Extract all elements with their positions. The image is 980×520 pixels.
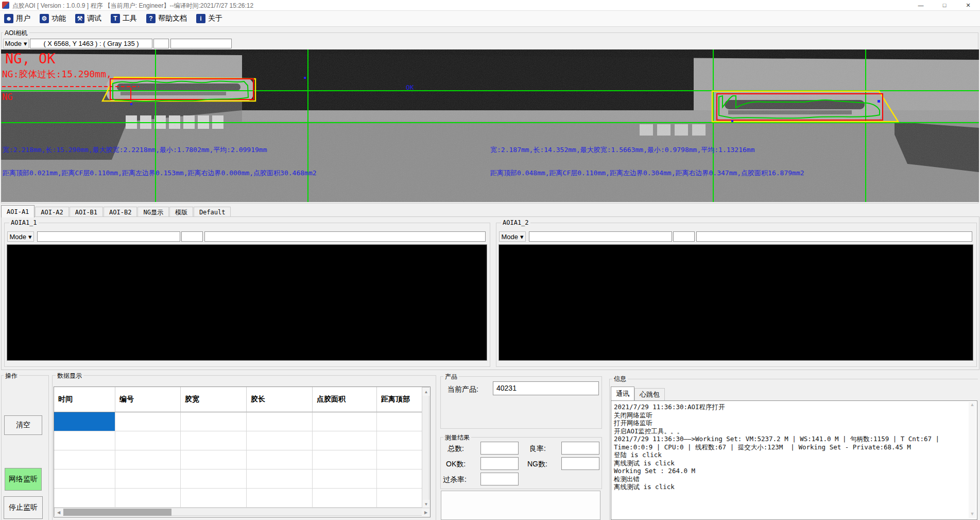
network-listen-button[interactable]: 网络监听 xyxy=(5,468,42,491)
tab-aoi-a1[interactable]: AOI-A1 xyxy=(1,205,35,217)
table-cell[interactable] xyxy=(377,412,422,431)
table-cell[interactable] xyxy=(115,412,181,431)
minimize-button[interactable]: — xyxy=(909,0,933,10)
camera-aux-field-1[interactable] xyxy=(153,39,169,48)
table-cell[interactable] xyxy=(115,489,181,508)
table-cell[interactable] xyxy=(313,489,377,508)
operation-group-label: 操作 xyxy=(4,372,19,380)
table-cell[interactable] xyxy=(181,489,247,508)
aoia1-1-field-2[interactable] xyxy=(181,231,203,242)
scroll-left-icon[interactable]: ◀ xyxy=(55,508,63,516)
table-cell[interactable] xyxy=(247,489,313,508)
hscroll-thumb[interactable] xyxy=(63,509,171,516)
table-cell[interactable] xyxy=(377,431,422,450)
toolbar-item-about[interactable]: i 关于 xyxy=(196,14,222,23)
ng-reason-text: NG:胶体过长:15.290mm, xyxy=(2,68,112,80)
log-vscrollbar[interactable]: ▲ ▼ xyxy=(969,402,976,518)
comm-log-text: 2021/7/29 11:36:30:AOI程序打开 关闭网络监听 打开网络监听… xyxy=(614,403,967,491)
chevron-down-icon: ▾ xyxy=(520,233,524,241)
tab-ng-display[interactable]: NG显示 xyxy=(137,207,168,217)
current-product-field[interactable]: 40231 xyxy=(493,381,599,395)
table-cell[interactable] xyxy=(313,431,377,450)
aoia1-2-field-2[interactable] xyxy=(673,231,695,242)
table-cell[interactable] xyxy=(313,450,377,469)
aoia1-1-mode-dropdown[interactable]: Mode ▾ xyxy=(7,231,34,242)
tab-aoi-a2[interactable]: AOI-A2 xyxy=(35,207,68,217)
info-tabstrip: 通讯 心跳包 xyxy=(611,387,665,400)
table-cell[interactable] xyxy=(313,469,377,489)
table-cell[interactable] xyxy=(115,450,181,469)
stop-listen-button[interactable]: 停止监听 xyxy=(4,496,43,519)
toolbar-item-label: 用户 xyxy=(16,14,30,23)
column-header-area[interactable]: 点胶面积 xyxy=(313,387,377,412)
aoia1-2-image-view[interactable] xyxy=(498,244,973,361)
table-cell[interactable] xyxy=(54,489,115,508)
data-table[interactable]: 时间 编号 胶宽 胶长 点胶面积 距离顶部 ▲ ▼ ◀ ▶ xyxy=(54,387,431,517)
column-header-id[interactable]: 编号 xyxy=(115,387,181,412)
overkill-field xyxy=(480,473,519,485)
table-cell[interactable] xyxy=(181,450,247,469)
tab-aoi-b2[interactable]: AOI-B2 xyxy=(104,207,137,217)
log-line: 2021/7/29 11:36:30:AOI程序打开 xyxy=(614,403,967,411)
title-bar[interactable]: 点胶AOI [ Version : 1.0.0.9 ] 程序 【当前用户: En… xyxy=(0,0,980,11)
inspection-result-text: NG, OK xyxy=(5,51,56,66)
aoia1-2-field-1[interactable] xyxy=(529,231,672,242)
table-vscrollbar[interactable]: ▲ ▼ xyxy=(422,387,429,508)
table-cell[interactable] xyxy=(377,469,422,489)
toolbar-item-help[interactable]: ? 帮助文档 xyxy=(146,14,187,23)
table-cell-selected[interactable] xyxy=(54,412,115,431)
table-cell[interactable] xyxy=(313,412,377,431)
table-cell[interactable] xyxy=(181,431,247,450)
log-line: Time:0:0:9 | CPU:0 | 线程数:67 | 提交大小:123M … xyxy=(614,443,967,451)
close-button[interactable]: ✕ xyxy=(956,0,980,10)
help-icon: ? xyxy=(146,14,156,23)
scroll-down-icon[interactable]: ▼ xyxy=(422,500,430,508)
camera-aux-field-2[interactable] xyxy=(170,39,232,48)
tab-aoi-b1[interactable]: AOI-B1 xyxy=(70,207,103,217)
table-cell[interactable] xyxy=(181,469,247,489)
scroll-up-icon[interactable]: ▲ xyxy=(422,388,430,396)
table-cell[interactable] xyxy=(247,469,313,489)
camera-mode-dropdown[interactable]: Mode ▾ xyxy=(3,39,29,48)
table-cell[interactable] xyxy=(115,469,181,489)
table-cell[interactable] xyxy=(247,450,313,469)
aoia1-2-field-3[interactable] xyxy=(696,231,972,242)
tab-comm[interactable]: 通讯 xyxy=(611,387,634,400)
clear-button[interactable]: 清空 xyxy=(4,415,42,435)
column-header-glue-length[interactable]: 胶长 xyxy=(247,387,313,412)
ng-count-label: NG数: xyxy=(527,460,547,469)
dispensing-aoi-app: { "window": { "title": "点胶AOI [ Version … xyxy=(0,0,980,520)
table-cell[interactable] xyxy=(54,431,115,450)
table-cell[interactable] xyxy=(181,412,247,431)
table-cell[interactable] xyxy=(247,412,313,431)
table-hscrollbar[interactable]: ◀ ▶ xyxy=(54,508,429,516)
scroll-up-icon[interactable]: ▲ xyxy=(969,402,976,409)
column-header-top-distance[interactable]: 距离顶部 xyxy=(377,387,422,412)
toolbar-item-debug[interactable]: ⚒ 调试 xyxy=(75,14,101,23)
table-cell[interactable] xyxy=(54,469,115,489)
aoia1-2-mode-dropdown[interactable]: Mode ▾ xyxy=(499,231,526,242)
column-header-glue-width[interactable]: 胶宽 xyxy=(181,387,247,412)
tab-template[interactable]: 模版 xyxy=(169,207,193,217)
table-cell[interactable] xyxy=(54,450,115,469)
aoia1-1-field-3[interactable] xyxy=(204,231,486,242)
left-stats-line2: 距离顶部0.021mm,距离CF层0.110mm,距离左边界0.153mm,距离… xyxy=(3,169,317,178)
comm-log-panel[interactable]: 2021/7/29 11:36:30:AOI程序打开 关闭网络监听 打开网络监听… xyxy=(611,400,977,520)
table-cell[interactable] xyxy=(247,431,313,450)
toolbar-item-user[interactable]: ☻ 用户 xyxy=(4,14,30,23)
table-cell[interactable] xyxy=(377,450,422,469)
table-cell[interactable] xyxy=(377,489,422,508)
tab-heartbeat[interactable]: 心跳包 xyxy=(634,388,665,400)
toolbar-item-tools[interactable]: T 工具 xyxy=(111,14,137,23)
scroll-right-icon[interactable]: ▶ xyxy=(422,508,430,516)
camera-image-view[interactable]: NG, OK NG:胶体过长:15.290mm, NG OK 宽:2.218mm… xyxy=(1,49,979,202)
toolbar-item-function[interactable]: ⚙ 功能 xyxy=(40,14,66,23)
scroll-down-icon[interactable]: ▼ xyxy=(969,511,976,518)
tab-default[interactable]: Default xyxy=(194,207,231,217)
aoia1-1-field-1[interactable] xyxy=(37,231,180,242)
table-cell[interactable] xyxy=(115,431,181,450)
column-header-time[interactable]: 时间 xyxy=(54,387,115,412)
result-note-panel xyxy=(441,491,600,520)
aoia1-1-image-view[interactable] xyxy=(7,244,487,361)
maximize-button[interactable]: □ xyxy=(933,0,956,10)
